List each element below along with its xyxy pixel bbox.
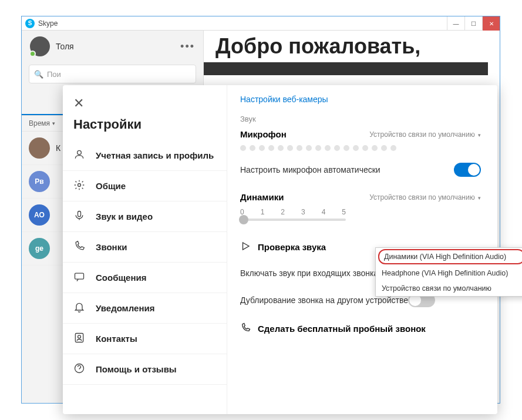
nav-audio-video[interactable]: Звук и видео — [63, 201, 227, 232]
minimize-button[interactable]: — — [447, 16, 464, 31]
search-placeholder: Пои — [47, 70, 61, 79]
search-icon: 🔍 — [34, 70, 43, 79]
settings-content: Настройки веб-камеры Звук Микрофон Устро… — [227, 85, 497, 414]
avatar: АО — [29, 204, 50, 226]
message-icon — [73, 271, 87, 284]
microphone-header: Микрофон Устройство связи по умолчанию ▾ — [240, 129, 481, 139]
speaker-volume: 0 1 2 3 4 5 — [240, 208, 481, 221]
settings-nav: ✕ Настройки Учетная запись и профиль Общ… — [63, 85, 227, 414]
mic-icon — [73, 210, 87, 223]
nav-notifications[interactable]: Уведомления — [63, 293, 227, 324]
speakers-header: Динамики Устройство связи по умолчанию ▾ — [240, 192, 481, 202]
phone-icon — [73, 240, 87, 254]
avatar: ge — [29, 238, 50, 259]
presence-dot — [29, 51, 36, 57]
slider-ticks: 0 1 2 3 4 5 — [240, 208, 346, 216]
nav-calls[interactable]: Звонки — [63, 232, 227, 263]
contacts-icon — [73, 332, 87, 345]
svg-rect-4 — [75, 334, 83, 342]
mic-device-select[interactable]: Устройство связи по умолчанию ▾ — [369, 130, 481, 139]
user-name: Толя — [56, 42, 74, 51]
speaker-device-select[interactable]: Устройство связи по умолчанию ▾ — [369, 193, 481, 201]
close-button[interactable]: ✕ — [482, 16, 500, 31]
slider-thumb[interactable] — [239, 215, 248, 224]
chevron-down-icon: ▾ — [478, 132, 481, 138]
settings-modal: ✕ Настройки Учетная запись и профиль Общ… — [63, 85, 497, 414]
more-icon[interactable]: ••• — [180, 41, 195, 53]
gear-icon — [73, 179, 87, 193]
close-icon[interactable]: ✕ — [63, 91, 95, 113]
window-title: Skype — [38, 19, 58, 28]
play-icon — [240, 241, 251, 253]
dropdown-option[interactable]: Устройство связи по умолчанию — [376, 281, 522, 296]
free-test-call[interactable]: Сделать бесплатный пробный звонок — [240, 322, 481, 335]
settings-title: Настройки — [63, 113, 227, 140]
sound-section-label: Звук — [240, 115, 481, 123]
banner-strip — [204, 62, 488, 75]
speaker-device-dropdown: Динамики (VIA High Definition Audio) Hea… — [375, 247, 522, 297]
window-controls: — ☐ ✕ — [447, 16, 500, 31]
dropdown-option[interactable]: Headphone (VIA High Definition Audio) — [376, 266, 522, 281]
nav-help[interactable]: Помощь и отзывы — [63, 354, 227, 385]
current-user[interactable]: Толя ••• — [22, 31, 203, 62]
svg-point-0 — [78, 150, 82, 154]
person-icon — [73, 149, 87, 162]
webcam-settings-link[interactable]: Настройки веб-камеры — [240, 95, 481, 104]
svg-rect-3 — [75, 273, 84, 279]
welcome-heading: Добро пожаловать, — [204, 31, 500, 62]
mic-level-meter — [240, 145, 481, 151]
search-input[interactable]: 🔍 Пои — [29, 65, 196, 83]
svg-marker-7 — [243, 243, 250, 250]
auto-mic-toggle[interactable] — [454, 163, 481, 177]
svg-rect-2 — [78, 211, 81, 217]
phone-icon — [240, 322, 251, 335]
bell-icon — [73, 301, 87, 315]
nav-account[interactable]: Учетная запись и профиль — [63, 140, 227, 171]
avatar: Рв — [29, 171, 50, 192]
titlebar: S Skype — ☐ ✕ — [22, 16, 500, 31]
app-window: S Skype — ☐ ✕ Толя ••• 🔍 Пои 💬 Чаты — [21, 16, 500, 404]
skype-icon: S — [25, 19, 35, 28]
nav-general[interactable]: Общие — [63, 171, 227, 201]
auto-mic-row: Настроить микрофон автоматически — [240, 163, 481, 177]
dropdown-option[interactable]: Динамики (VIA High Definition Audio) — [378, 249, 522, 264]
nav-contacts[interactable]: Контакты — [63, 324, 227, 354]
chevron-down-icon: ▾ — [52, 120, 55, 126]
maximize-button[interactable]: ☐ — [464, 16, 482, 31]
svg-point-1 — [78, 184, 81, 187]
avatar — [29, 137, 50, 159]
help-icon — [73, 362, 87, 376]
avatar — [30, 36, 50, 56]
chevron-down-icon: ▾ — [478, 195, 481, 201]
svg-point-5 — [78, 335, 81, 338]
nav-messages[interactable]: Сообщения — [63, 263, 227, 293]
volume-slider[interactable] — [240, 219, 346, 221]
